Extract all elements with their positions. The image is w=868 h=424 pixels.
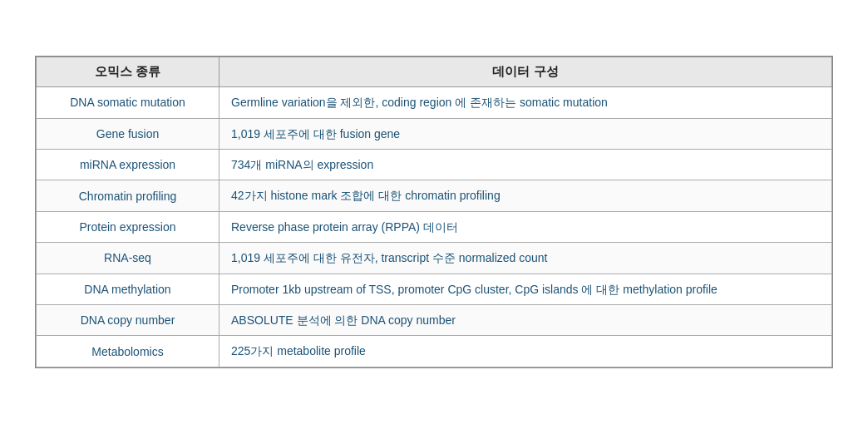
table-row: Metabolomics225가지 metabolite profile [37,336,832,367]
data-description-cell: 225가지 metabolite profile [219,336,832,367]
data-description-cell: 734개 miRNA의 expression [219,150,832,180]
table-row: Protein expressionReverse phase protein … [37,211,832,242]
table-row: DNA somatic mutationGermline variation을 … [37,87,832,118]
table-row: miRNA expression734개 miRNA의 expression [37,150,832,180]
omics-table: 오믹스 종류 데이터 구성 DNA somatic mutationGermli… [36,57,832,367]
data-description-cell: 1,019 세포주에 대한 유전자, transcript 수준 normali… [219,243,832,274]
table-header-row: 오믹스 종류 데이터 구성 [37,57,832,87]
table-row: DNA copy numberABSOLUTE 분석에 의한 DNA copy … [37,304,832,335]
omics-type-cell: Protein expression [37,211,219,242]
omics-type-cell: Metabolomics [37,336,219,367]
col-header-data: 데이터 구성 [219,57,832,87]
omics-type-cell: Chromatin profiling [37,180,219,211]
omics-type-cell: DNA methylation [37,274,219,304]
table-row: Chromatin profiling42가지 histone mark 조합에… [37,180,832,211]
data-description-cell: Promoter 1kb upstream of TSS, promoter C… [219,274,832,304]
data-description-cell: Germline variation을 제외한, coding region 에… [219,87,832,118]
data-description-cell: Reverse phase protein array (RPPA) 데이터 [219,211,832,242]
omics-type-cell: RNA-seq [37,243,219,274]
data-description-cell: 1,019 세포주에 대한 fusion gene [219,118,832,149]
main-table-wrapper: 오믹스 종류 데이터 구성 DNA somatic mutationGermli… [35,56,833,368]
data-description-cell: 42가지 histone mark 조합에 대한 chromatin profi… [219,180,832,211]
table-row: DNA methylationPromoter 1kb upstream of … [37,274,832,304]
data-description-cell: ABSOLUTE 분석에 의한 DNA copy number [219,304,832,335]
omics-type-cell: DNA somatic mutation [37,87,219,118]
omics-type-cell: miRNA expression [37,150,219,180]
table-row: Gene fusion1,019 세포주에 대한 fusion gene [37,118,832,149]
table-row: RNA-seq1,019 세포주에 대한 유전자, transcript 수준 … [37,243,832,274]
col-header-omics: 오믹스 종류 [37,57,219,87]
omics-type-cell: DNA copy number [37,304,219,335]
omics-type-cell: Gene fusion [37,118,219,149]
